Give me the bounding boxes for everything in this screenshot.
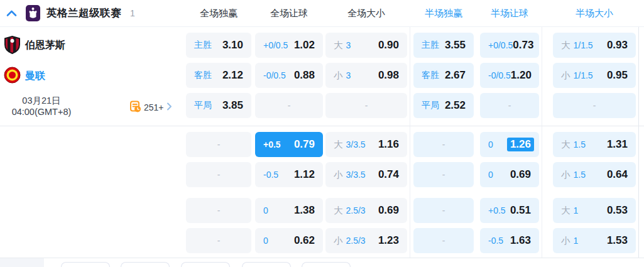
odds-cell: - <box>186 228 251 253</box>
odds-cell[interactable]: 00.62 <box>255 228 323 253</box>
empty-odds: - <box>365 101 368 111</box>
ou-line-label: 1.5 <box>574 139 586 150</box>
ou-label: 小3/3.5 <box>334 169 366 181</box>
odds-label: 0 <box>263 205 268 215</box>
odds-value: 1.31 <box>607 138 628 151</box>
empty-odds: - <box>217 139 221 150</box>
odds-cell[interactable]: +0.50.51 <box>480 198 539 223</box>
next-section-pill <box>181 262 230 267</box>
odds-value: 2.67 <box>445 69 466 82</box>
column-group-separator <box>542 0 542 258</box>
odds-cell[interactable]: +0/0.50.73 <box>480 33 539 58</box>
ou-side-label: 小 <box>334 70 343 80</box>
odds-value: 2.12 <box>222 69 243 82</box>
empty-odds: - <box>442 170 445 180</box>
next-section-peek <box>0 258 44 267</box>
empty-odds: - <box>508 101 511 111</box>
ou-line-label: 3/3.5 <box>346 139 366 150</box>
odds-cell[interactable]: -0.51.12 <box>255 162 323 187</box>
odds-cell[interactable]: 主胜3.55 <box>413 33 474 58</box>
odds-label: -0/0.5 <box>488 70 511 80</box>
ou-label: 大3/3.5 <box>334 139 366 151</box>
column-header-2: 全场让球 <box>255 8 323 19</box>
away-team-crest-icon <box>4 67 21 84</box>
ou-line-label: 3 <box>346 70 351 80</box>
ou-side-label: 小 <box>334 170 343 180</box>
more-markets-button[interactable]: 251+ <box>129 101 172 114</box>
odds-label: +0.5 <box>488 205 506 215</box>
odds-value: 0.79 <box>294 138 315 151</box>
odds-cell[interactable]: +0/0.51.02 <box>255 33 323 58</box>
odds-label: 客胜 <box>422 70 439 81</box>
odds-cell[interactable]: 小2.5/31.23 <box>325 228 407 253</box>
odds-cell[interactable]: 大1/1.50.93 <box>553 33 636 58</box>
odds-value: 0.90 <box>378 39 399 52</box>
odds-value: 1.12 <box>294 168 315 181</box>
ou-line-label: 1.5 <box>574 170 586 180</box>
odds-value: 0.88 <box>294 69 315 82</box>
odds-value: 3.10 <box>222 39 243 52</box>
odds-cell[interactable]: 大2.5/30.69 <box>325 198 407 223</box>
odds-cell: - <box>413 228 474 253</box>
match-date: 03月21日 <box>0 95 88 106</box>
odds-value: 3.85 <box>222 99 243 112</box>
odds-cell: - <box>413 162 474 187</box>
odds-label: 平局 <box>422 100 439 111</box>
odds-cell[interactable]: 大30.90 <box>325 33 407 58</box>
odds-value: 0.69 <box>510 168 531 181</box>
column-header-4: 半场独赢 <box>413 8 474 19</box>
column-header-5: 半场让球 <box>480 8 539 19</box>
markets-list-icon <box>129 101 141 114</box>
odds-cell[interactable]: 大1.51.31 <box>553 132 636 157</box>
match-datetime: 03月21日 04:00(GMT+8) <box>0 95 88 117</box>
odds-cell[interactable]: 01.26 <box>480 132 539 157</box>
odds-label: +0/0.5 <box>488 40 513 50</box>
odds-cell[interactable]: 平局2.52 <box>413 93 474 118</box>
odds-cell[interactable]: 客胜2.12 <box>186 63 251 88</box>
odds-value: 0.74 <box>378 168 399 181</box>
odds-cell[interactable]: -0/0.50.88 <box>255 63 323 88</box>
premier-league-logo-icon <box>26 5 40 21</box>
odds-cell[interactable]: 大3/3.51.16 <box>325 132 407 157</box>
odds-value: 1.38 <box>294 204 315 217</box>
empty-odds: - <box>217 236 221 246</box>
empty-odds: - <box>442 139 445 150</box>
empty-odds: - <box>288 101 291 111</box>
ou-label: 小2.5/3 <box>334 235 366 247</box>
chevron-right-icon <box>166 102 172 112</box>
odds-cell[interactable]: 小1.50.64 <box>553 162 636 187</box>
odds-label: -0.5 <box>263 170 278 180</box>
odds-cell[interactable]: +0.50.79 <box>255 132 323 157</box>
odds-value: 1.02 <box>294 39 315 52</box>
ou-side-label: 大 <box>334 205 343 215</box>
ou-side-label: 小 <box>561 170 570 180</box>
odds-cell[interactable]: -0/0.51.20 <box>480 63 539 88</box>
odds-label: 平局 <box>194 100 212 111</box>
odds-value: 1.20 <box>511 69 532 82</box>
odds-cell[interactable]: 小1/1.50.95 <box>553 63 636 88</box>
odds-cell[interactable]: 客胜2.67 <box>413 63 474 88</box>
odds-cell[interactable]: 主胜3.10 <box>186 33 251 58</box>
odds-value: 0.69 <box>378 204 399 217</box>
odds-cell[interactable]: 小11.53 <box>553 228 636 253</box>
odds-cell: - <box>553 93 636 118</box>
odds-cell[interactable]: 大10.53 <box>553 198 636 223</box>
odds-value: 1.26 <box>507 138 534 151</box>
ou-side-label: 大 <box>334 139 343 150</box>
odds-cell[interactable]: -0.51.63 <box>480 228 539 253</box>
odds-cell[interactable]: 小30.98 <box>325 63 407 88</box>
ou-line-label: 3 <box>346 40 351 50</box>
odds-value: 0.95 <box>607 69 628 82</box>
odds-cell[interactable]: 00.69 <box>480 162 539 187</box>
chevron-up-icon[interactable] <box>6 9 17 17</box>
match-time: 04:00(GMT+8) <box>0 106 88 117</box>
away-team-name[interactable]: 曼联 <box>25 70 45 83</box>
ou-label: 小1/1.5 <box>561 70 593 82</box>
odds-cell[interactable]: 平局3.85 <box>186 93 251 118</box>
ou-line-label: 1/1.5 <box>574 70 593 80</box>
odds-cell[interactable]: 小3/3.50.74 <box>325 162 407 187</box>
home-team-name[interactable]: 伯恩茅斯 <box>25 39 65 52</box>
odds-cell[interactable]: 01.38 <box>255 198 323 223</box>
odds-value: 0.93 <box>607 39 628 52</box>
odds-cell: - <box>413 132 474 157</box>
